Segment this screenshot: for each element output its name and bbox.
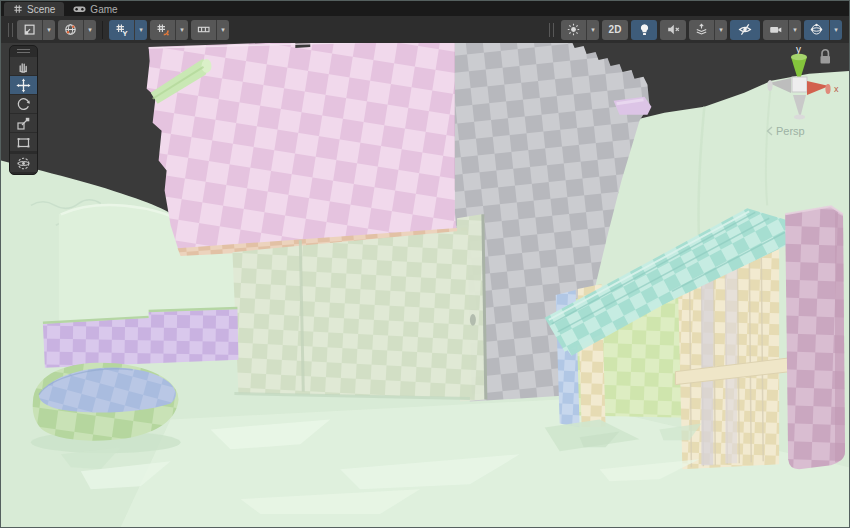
sun-icon — [567, 23, 580, 36]
tool-move[interactable] — [10, 76, 37, 94]
tab-scene-label: Scene — [27, 4, 55, 15]
move-icon — [16, 78, 31, 93]
grid-snapping-dropdown[interactable]: ▾ — [191, 20, 229, 40]
pivot-icon — [23, 23, 36, 36]
camera-settings-dropdown[interactable]: ▾ — [763, 20, 801, 40]
axis-left-cap — [767, 80, 772, 91]
svg-text:Y: Y — [122, 29, 128, 36]
rect-tool-icon — [16, 135, 31, 150]
tools-overlay-drag-handle[interactable] — [10, 46, 37, 56]
chevron-down-icon: ▾ — [714, 20, 727, 40]
tool-handle-position-dropdown[interactable]: ▾ — [17, 20, 55, 40]
tool-handle-rotation-dropdown[interactable]: ▾ — [58, 20, 96, 40]
tab-game-label: Game — [90, 4, 117, 15]
chevron-down-icon: ▾ — [83, 20, 96, 40]
scene-toolbar: ▾ ▾ Y ▾ — [1, 16, 849, 43]
lightbulb-icon — [638, 23, 651, 36]
grid-y-icon: Y — [115, 23, 128, 36]
chimney-column[interactable] — [785, 206, 845, 469]
eye-slash-icon — [738, 23, 752, 36]
snap-bar-icon — [197, 23, 210, 36]
toolbar-separator — [102, 21, 103, 39]
overlay-drag-handle[interactable] — [549, 23, 554, 37]
2d-label: 2D — [609, 24, 622, 35]
chevron-down-icon: ▾ — [175, 20, 188, 40]
projection-label: Persp — [776, 125, 805, 137]
axis-down-cap — [794, 115, 805, 120]
grid-axis-dropdown[interactable]: Y ▾ — [109, 20, 147, 40]
gray-plank — [725, 254, 737, 463]
tool-settings-overlay: ▾ ▾ — [17, 20, 96, 40]
rotate-icon — [16, 97, 31, 112]
door-handle[interactable] — [470, 314, 476, 326]
gizmos-dropdown[interactable]: ▾ — [804, 20, 842, 40]
gamepad-icon — [73, 4, 86, 14]
globe-icon — [64, 23, 77, 36]
house-wall-green[interactable] — [232, 230, 471, 397]
snap-increment-icon — [156, 23, 169, 36]
scene-render — [1, 43, 849, 527]
chevron-down-icon: ▾ — [586, 20, 599, 40]
scene-visibility-toggle[interactable] — [730, 20, 760, 40]
axis-x-cap — [825, 84, 830, 94]
orientation-gizmo-svg: y x — [763, 43, 847, 151]
tab-bar: Scene Game — [1, 1, 849, 16]
chevron-down-icon: ▾ — [216, 20, 229, 40]
gray-plank — [701, 256, 713, 465]
tool-view-hand[interactable] — [10, 57, 37, 75]
tool-transform[interactable] — [10, 154, 37, 172]
tool-rect[interactable] — [10, 133, 37, 151]
view-options-overlay: ▾ 2D ▾ — [547, 20, 844, 40]
chevron-down-icon: ▾ — [134, 20, 147, 40]
axis-y-label: y — [796, 44, 801, 55]
green-beam-cap — [202, 59, 212, 73]
unity-scene-window: Scene Game ▾ — [0, 0, 850, 528]
chevron-down-icon: ▾ — [42, 20, 55, 40]
house-wall-green-side[interactable] — [457, 214, 485, 401]
axis-x-label: x — [834, 84, 839, 94]
2d-toggle[interactable]: 2D — [602, 20, 628, 40]
hand-icon — [16, 59, 31, 74]
scale-icon — [16, 116, 31, 131]
snap-increment-dropdown[interactable]: ▾ — [150, 20, 188, 40]
gizmo-center-cube[interactable] — [792, 77, 807, 92]
chevron-left-icon — [768, 127, 773, 135]
axis-y-cap — [791, 54, 807, 60]
grid-icon — [13, 4, 23, 14]
camera-icon — [769, 23, 782, 36]
audio-toggle[interactable] — [660, 20, 686, 40]
tools-overlay — [9, 45, 38, 175]
chevron-down-icon: ▾ — [829, 20, 842, 40]
tool-scale[interactable] — [10, 114, 37, 132]
chevron-down-icon: ▾ — [788, 20, 801, 40]
grid-snap-overlay: Y ▾ ▾ ▾ — [109, 20, 229, 40]
lock-icon[interactable] — [821, 50, 831, 64]
orientation-gizmo: y x — [763, 43, 847, 151]
fx-layers-dropdown[interactable]: ▾ — [689, 20, 727, 40]
overlay-drag-handle[interactable] — [8, 23, 13, 37]
tab-scene[interactable]: Scene — [4, 2, 64, 16]
axis-down-cone[interactable] — [793, 95, 806, 118]
scene-viewport[interactable]: y x — [1, 43, 849, 527]
speaker-muted-icon — [667, 23, 680, 36]
effects-dropdown[interactable]: ▾ — [561, 20, 599, 40]
scene-lighting-toggle[interactable] — [631, 20, 657, 40]
layers-up-icon — [695, 23, 708, 36]
projection-toggle[interactable]: Persp — [768, 125, 805, 137]
tab-game[interactable]: Game — [64, 2, 126, 16]
tool-rotate[interactable] — [10, 95, 37, 113]
transform-icon — [16, 156, 31, 171]
gizmo-sphere-icon — [810, 23, 823, 36]
